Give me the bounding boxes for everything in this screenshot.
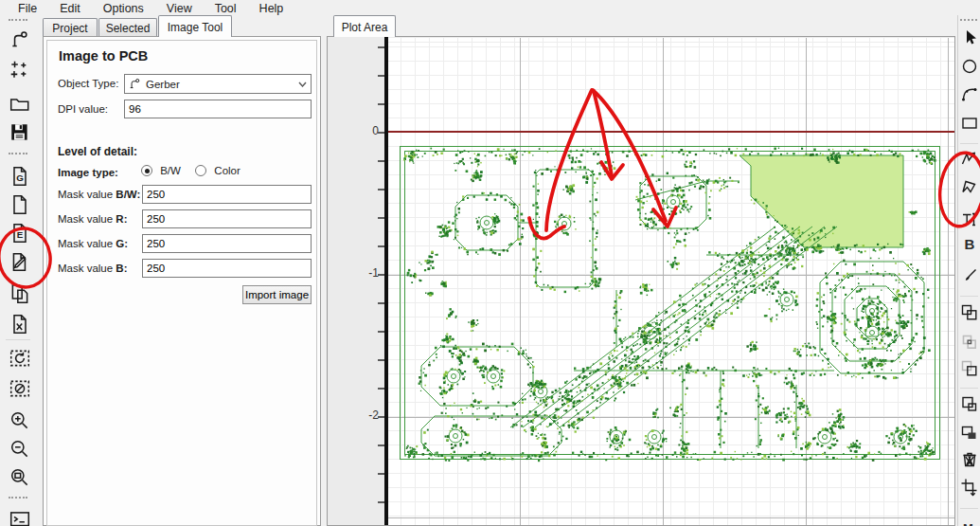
axis-tick xyxy=(378,331,384,333)
object-type-value: Gerber xyxy=(146,79,180,90)
subtract-icon[interactable] xyxy=(959,357,980,380)
grid-major-v xyxy=(948,38,949,526)
mask-b-label: Mask value B: xyxy=(58,263,128,274)
mask-g-input[interactable] xyxy=(142,234,312,253)
polyline-icon[interactable] xyxy=(959,148,980,171)
axis-tick xyxy=(378,160,384,162)
replot-icon[interactable] xyxy=(7,345,33,372)
excellon-new-icon[interactable] xyxy=(7,57,33,83)
axis-tick xyxy=(378,132,384,134)
plot-area: 0 -1 -2 xyxy=(327,36,955,526)
mask-bw-label: Mask value B/W: xyxy=(58,189,140,200)
copy-shape-icon[interactable] xyxy=(959,422,980,444)
toolbar-drag-handle xyxy=(9,497,27,499)
mask-bw-input[interactable] xyxy=(142,185,312,204)
save-project-icon[interactable] xyxy=(7,119,33,146)
copy-object-icon[interactable] xyxy=(7,281,33,307)
menu-view[interactable]: View xyxy=(156,2,203,15)
image-type-radios: B/W Color xyxy=(141,165,241,176)
radio-bw[interactable] xyxy=(141,165,152,176)
menu-help[interactable]: Help xyxy=(249,2,294,15)
gerber-icon xyxy=(128,77,142,91)
tab-project[interactable]: Project xyxy=(43,18,98,37)
mask-g-label: Mask value G: xyxy=(58,238,128,249)
chevron-down-icon xyxy=(294,75,311,93)
rectangle-icon[interactable] xyxy=(959,112,980,135)
radio-color[interactable] xyxy=(195,165,206,176)
y-tick-label-m2: -2 xyxy=(345,408,379,422)
image-type-label: Image type: xyxy=(58,167,118,178)
axis-tick xyxy=(378,75,384,77)
axis-tick xyxy=(378,274,384,276)
object-type-select[interactable]: Gerber xyxy=(124,74,312,94)
gerber-new-icon[interactable] xyxy=(7,27,33,53)
toolbar-separator xyxy=(960,143,978,144)
import-image-button[interactable]: Import image xyxy=(242,285,312,304)
mask-b-input[interactable] xyxy=(142,259,312,278)
radio-color-label: Color xyxy=(214,165,240,176)
toolbar-separator xyxy=(960,296,978,297)
radio-bw-label: B/W xyxy=(160,165,181,176)
zoom-fit-icon[interactable] xyxy=(7,464,33,491)
axis-tick xyxy=(378,359,384,361)
axis-tick xyxy=(378,46,384,48)
toolbar-separator xyxy=(960,508,978,509)
pcb-image xyxy=(399,143,943,465)
paint-icon[interactable] xyxy=(959,265,980,288)
menu-edit[interactable]: Edit xyxy=(49,2,91,15)
import-image-icon[interactable] xyxy=(7,248,33,275)
polygon-icon[interactable] xyxy=(959,176,980,199)
axis-tick xyxy=(378,245,384,247)
tab-image-tool[interactable]: Image Tool xyxy=(158,15,232,37)
dpi-input[interactable] xyxy=(124,100,312,118)
svg-text:B: B xyxy=(965,236,975,252)
panel-title: Image to PCB xyxy=(59,48,148,63)
axis-tick xyxy=(378,189,384,190)
toolbar-separator xyxy=(6,339,30,340)
delete-shape-icon[interactable] xyxy=(959,448,980,471)
toolbar-drag-handle xyxy=(960,19,977,21)
cut-path-icon[interactable] xyxy=(959,393,980,416)
transform-icon[interactable] xyxy=(959,476,980,499)
mask-r-input[interactable] xyxy=(142,209,312,228)
menu-file[interactable]: File xyxy=(8,2,47,15)
y-axis-line xyxy=(384,37,388,526)
menu-options[interactable]: Options xyxy=(93,2,154,15)
axis-tick xyxy=(378,473,384,475)
axis-tick xyxy=(378,217,384,219)
toolbar-separator xyxy=(960,388,978,389)
axis-tick xyxy=(378,416,384,418)
circle-icon[interactable] xyxy=(959,55,980,78)
new-document-icon[interactable] xyxy=(7,191,33,218)
y-tick-label-m1: -1 xyxy=(345,266,379,280)
axis-tick xyxy=(378,302,384,304)
axis-tick xyxy=(378,501,384,503)
menu-tool[interactable]: Tool xyxy=(205,2,247,15)
arc-icon[interactable] xyxy=(959,83,980,106)
open-project-icon[interactable] xyxy=(7,91,33,118)
level-of-detail-label: Level of detail: xyxy=(58,145,137,158)
image-tool-panel: Image to PCB Object Type: Gerber DPI val… xyxy=(43,36,321,526)
tab-plot-area[interactable]: Plot Area xyxy=(333,15,396,37)
open-excellon-icon[interactable]: E xyxy=(7,220,33,246)
left-toolbar: G E xyxy=(0,16,41,526)
intersection-icon[interactable] xyxy=(959,331,980,354)
axis-tick xyxy=(378,103,384,105)
shell-icon[interactable] xyxy=(7,506,33,526)
buffer-icon[interactable]: B xyxy=(959,233,980,256)
x-axis-line xyxy=(386,131,955,133)
svg-text:G: G xyxy=(16,172,24,183)
move-icon[interactable]: M xyxy=(959,514,980,526)
grid-major-h xyxy=(386,517,955,518)
toolbar-drag-handle xyxy=(9,19,27,21)
select-icon[interactable] xyxy=(959,27,980,49)
zoom-in-icon[interactable] xyxy=(7,408,33,434)
open-gerber-icon[interactable]: G xyxy=(7,163,33,190)
delete-object-icon[interactable] xyxy=(7,311,33,337)
clear-plot-icon[interactable] xyxy=(7,375,33,402)
axis-tick xyxy=(378,388,384,390)
zoom-out-icon[interactable] xyxy=(7,436,33,463)
tab-selected[interactable]: Selected xyxy=(98,18,157,37)
text-icon[interactable] xyxy=(959,209,980,231)
union-icon[interactable] xyxy=(959,301,980,324)
